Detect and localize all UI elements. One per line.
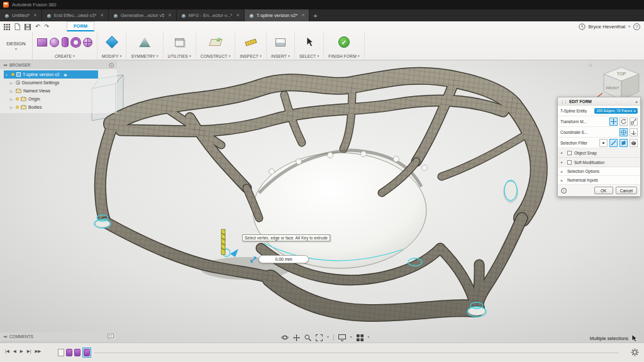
chevron-down-icon[interactable]: ▾ [327,336,329,339]
timeline-selected-feature[interactable] [82,348,91,358]
help-icon[interactable]: ? [633,23,640,30]
expander-icon[interactable]: ▸ [561,170,565,173]
numerical-inputs-section[interactable]: ▸ Numerical Inputs [558,176,640,185]
app-grid-icon[interactable] [4,24,10,30]
soft-modification-row[interactable]: ▸ Soft Modification [558,158,640,167]
info-icon[interactable]: i [561,188,567,194]
expander-icon[interactable]: ▸ [561,160,565,164]
transform-rotate-icon[interactable] [619,118,628,126]
construct-plane-icon[interactable] [209,39,223,46]
coordinate-world-icon[interactable] [619,128,628,136]
coordinate-local-icon[interactable] [630,128,638,136]
display-settings-icon[interactable] [338,334,346,341]
expander-icon[interactable]: ▸ [561,178,565,182]
visibility-bulb-icon[interactable] [16,106,19,109]
undo-icon[interactable]: ↶ [35,24,40,30]
utilities-window-icon[interactable] [175,38,184,47]
expander-icon[interactable]: ▷ [10,89,14,93]
timeline-form-feature-icon[interactable] [84,349,90,356]
chevron-down-icon[interactable]: ▾ [350,336,352,339]
go-to-end-button[interactable]: ▶| [27,349,31,354]
timeline-form-feature-icon[interactable] [74,349,80,356]
expander-icon[interactable]: ▷ [10,81,14,85]
ok-button[interactable]: OK [594,187,613,194]
clear-selection-icon[interactable]: × [633,109,636,113]
close-icon[interactable]: × [301,13,304,18]
construct-menu[interactable]: CONSTRUCT▾ [201,54,231,58]
document-tab-generative[interactable]: Generative...ector v5 × [109,9,177,21]
play-all-button[interactable]: ▶▶ [35,349,41,354]
new-document-button[interactable]: + [309,9,321,21]
file-menu-icon[interactable] [14,23,20,30]
flyout-arrow-icon[interactable]: ▸ [636,99,638,104]
visibility-bulb-icon[interactable] [16,97,19,101]
viewcube-home-icon[interactable]: ⌂ [589,62,592,68]
filter-vertex-icon[interactable] [599,139,608,147]
modify-menu[interactable]: MODIFY▾ [102,54,121,58]
step-back-button[interactable]: ◀ [13,349,16,354]
transform-scale-icon[interactable] [630,118,638,126]
play-button[interactable]: ▶ [20,349,23,354]
document-tab-untitled[interactable]: Untitled* × [0,9,42,21]
edit-form-header[interactable]: ⋮⋮ EDIT FORM ▸ [558,97,640,106]
selection-chip[interactable]: 155 Edges, 72 Faces × [594,108,638,114]
filter-edge-icon[interactable] [609,139,618,147]
filter-face-icon[interactable] [619,139,628,147]
insert-menu[interactable]: INSERT▾ [271,54,290,58]
finish-form-check-icon[interactable]: ✓ [338,36,350,48]
select-menu[interactable]: SELECT▾ [299,54,319,58]
create-sphere-icon[interactable] [50,38,59,47]
browser-item-named-views[interactable]: ▷ Named Views [0,87,117,95]
close-icon[interactable]: × [168,13,171,18]
document-tab-end-effector[interactable]: End Effec...oked v3* × [42,9,109,21]
close-icon[interactable]: × [236,13,239,18]
selection-options-section[interactable]: ▸ Selection Options [558,167,640,176]
timeline-form-feature-icon[interactable] [66,349,72,356]
object-snap-row[interactable]: ▸ Object Snap [558,148,640,158]
soft-modification-checkbox[interactable] [567,160,572,165]
create-menu[interactable]: CREATE▾ [55,54,75,58]
drag-arrow-icon[interactable] [250,256,257,263]
pan-icon[interactable] [293,334,300,341]
document-tab-mfg[interactable]: MFG - En...ector v...* × [177,9,245,21]
transform-translate-icon[interactable] [609,118,618,126]
insert-canvas-icon[interactable] [275,38,286,47]
expander-icon[interactable]: ▷ [10,97,14,101]
go-to-start-button[interactable]: |◀ [5,349,9,354]
expander-open-icon[interactable]: ▿ [6,73,9,77]
close-icon[interactable]: × [100,13,103,18]
timeline-settings-gear-icon[interactable] [631,348,639,356]
comment-bubble-icon[interactable] [108,334,114,339]
timeline-track[interactable] [94,353,619,353]
visibility-bulb-icon[interactable] [11,73,14,76]
timeline-feature-icon[interactable] [58,349,64,356]
measure-ruler-icon[interactable] [245,38,257,46]
browser-item-bodies[interactable]: ▷ Bodies [0,103,117,111]
edit-form-icon[interactable] [106,36,118,48]
create-quadball-icon[interactable] [83,38,92,47]
context-tab-form[interactable]: FORM [67,21,94,31]
save-icon[interactable] [25,24,31,30]
expander-icon[interactable]: ▸ [561,151,565,155]
collapse-panel-icon[interactable]: ◀◀ [3,335,6,338]
user-name[interactable]: Bryce Heventhal [589,24,626,30]
finish-form-menu[interactable]: FINISH FORM▾ [328,54,359,58]
inspect-menu[interactable]: INSPECT▾ [240,54,262,58]
object-snap-checkbox[interactable] [567,151,572,155]
utilities-menu[interactable]: UTILITIES▾ [168,54,191,58]
cancel-button[interactable]: Cancel [616,187,637,194]
filter-body-icon[interactable] [630,139,638,147]
browser-header[interactable]: ◀◀ BROWSER [0,61,117,69]
drag-handle-icon[interactable]: ⋮⋮ [560,99,567,104]
chevron-down-icon[interactable]: ▾ [368,336,370,339]
expander-icon[interactable]: ▷ [10,106,14,109]
document-tab-tspline-active[interactable]: T-spline version v2* × [245,9,310,21]
workspace-dropdown[interactable]: DESIGN ▾ [0,32,33,60]
mirror-symmetry-icon[interactable] [139,37,150,47]
zoom-icon[interactable] [304,334,311,341]
fit-view-icon[interactable] [316,334,323,341]
select-cursor-icon[interactable] [305,37,314,47]
redo-icon[interactable]: ↷ [45,24,50,30]
browser-item-root[interactable]: ▿ T-spline version v2 ◉ [4,70,98,79]
create-torus-icon[interactable] [71,38,80,47]
